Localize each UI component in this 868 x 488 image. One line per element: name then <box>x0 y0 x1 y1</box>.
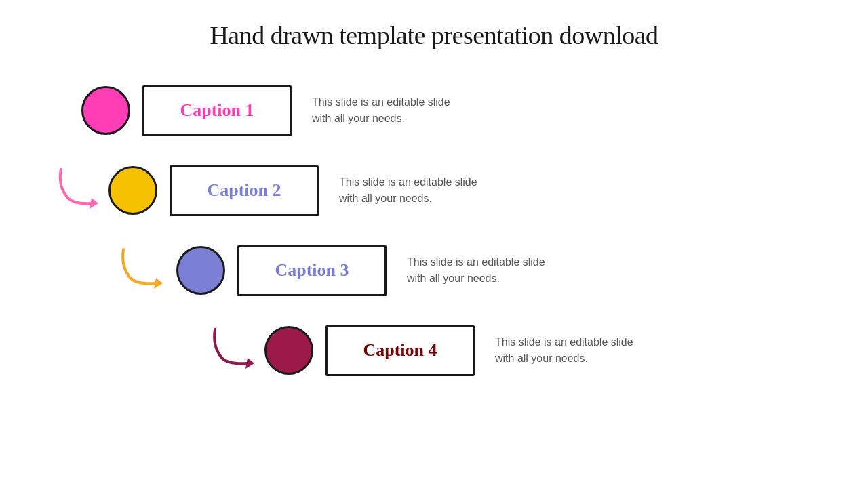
svg-marker-1 <box>154 278 163 289</box>
caption-label-1: Caption 1 <box>180 100 254 121</box>
slide-title: Hand drawn template presentation downloa… <box>41 20 827 50</box>
circle-2 <box>108 166 157 215</box>
circle-3 <box>176 246 225 295</box>
arrow-3 <box>115 243 170 290</box>
row-2: Caption 2 This slide is an editable slid… <box>108 150 827 230</box>
row-3: Caption 3 This slide is an editable slid… <box>176 230 827 310</box>
svg-marker-2 <box>245 358 254 369</box>
description-1: This slide is an editable slide with all… <box>312 94 450 127</box>
row-1: Caption 1 This slide is an editable slid… <box>81 70 827 150</box>
description-2: This slide is an editable slide with all… <box>339 174 477 207</box>
rows-container: Caption 1 This slide is an editable slid… <box>41 70 827 390</box>
svg-marker-0 <box>90 198 98 209</box>
slide: Hand drawn template presentation downloa… <box>0 0 868 488</box>
arrow-2 <box>54 163 105 210</box>
circle-1 <box>81 86 130 135</box>
row-4: Caption 4 This slide is an editable slid… <box>264 310 827 390</box>
caption-label-3: Caption 3 <box>275 260 349 281</box>
caption-label-4: Caption 4 <box>363 340 437 361</box>
caption-box-3: Caption 3 <box>237 245 387 296</box>
caption-box-2: Caption 2 <box>170 165 319 216</box>
caption-box-1: Caption 1 <box>142 85 292 136</box>
caption-box-4: Caption 4 <box>326 325 475 376</box>
description-3: This slide is an editable slide with all… <box>407 254 545 287</box>
circle-4 <box>264 326 313 375</box>
description-4: This slide is an editable slide with all… <box>495 334 633 367</box>
arrow-4 <box>207 323 261 370</box>
caption-label-2: Caption 2 <box>207 180 281 201</box>
